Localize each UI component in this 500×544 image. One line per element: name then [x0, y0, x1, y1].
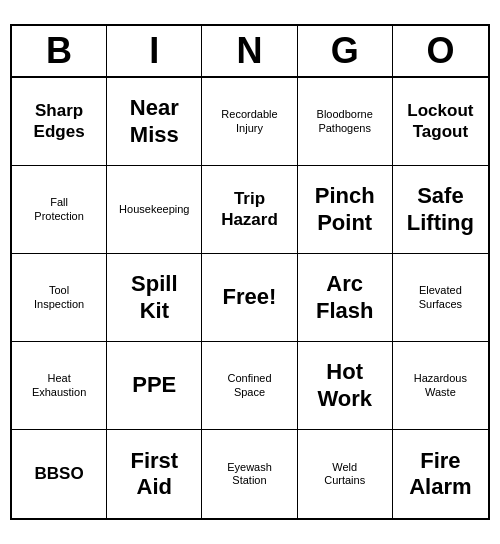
- cell-text: HotWork: [317, 359, 372, 412]
- bingo-cell: SafeLifting: [393, 166, 488, 254]
- cell-text: ConfinedSpace: [227, 372, 271, 398]
- cell-text: TripHazard: [221, 189, 278, 230]
- bingo-cell: NearMiss: [107, 78, 202, 166]
- bingo-cell: ConfinedSpace: [202, 342, 297, 430]
- cell-text: FireAlarm: [409, 448, 471, 501]
- bingo-cell: Housekeeping: [107, 166, 202, 254]
- bingo-cell: FallProtection: [12, 166, 107, 254]
- bingo-cell: SharpEdges: [12, 78, 107, 166]
- cell-text: SharpEdges: [34, 101, 85, 142]
- bingo-cell: ElevatedSurfaces: [393, 254, 488, 342]
- cell-text: SafeLifting: [407, 183, 474, 236]
- bingo-cell: FireAlarm: [393, 430, 488, 518]
- bingo-cell: Free!: [202, 254, 297, 342]
- bingo-cell: PPE: [107, 342, 202, 430]
- header-letter: I: [107, 26, 202, 76]
- header-letter: G: [298, 26, 393, 76]
- bingo-cell: WeldCurtains: [298, 430, 393, 518]
- bingo-header: BINGO: [12, 26, 488, 78]
- bingo-cell: RecordableInjury: [202, 78, 297, 166]
- cell-text: RecordableInjury: [221, 108, 277, 134]
- bingo-cell: EyewashStation: [202, 430, 297, 518]
- bingo-cell: ToolInspection: [12, 254, 107, 342]
- bingo-cell: PinchPoint: [298, 166, 393, 254]
- bingo-grid: SharpEdgesNearMissRecordableInjuryBloodb…: [12, 78, 488, 518]
- bingo-cell: BBSO: [12, 430, 107, 518]
- cell-text: NearMiss: [130, 95, 179, 148]
- cell-text: PPE: [132, 372, 176, 398]
- cell-text: ElevatedSurfaces: [419, 284, 462, 310]
- cell-text: EyewashStation: [227, 461, 272, 487]
- bingo-cell: SpillKit: [107, 254, 202, 342]
- cell-text: HazardousWaste: [414, 372, 467, 398]
- header-letter: N: [202, 26, 297, 76]
- bingo-cell: HeatExhaustion: [12, 342, 107, 430]
- bingo-cell: LockoutTagout: [393, 78, 488, 166]
- cell-text: BBSO: [35, 464, 84, 484]
- cell-text: ToolInspection: [34, 284, 84, 310]
- bingo-cell: HazardousWaste: [393, 342, 488, 430]
- bingo-cell: HotWork: [298, 342, 393, 430]
- bingo-cell: TripHazard: [202, 166, 297, 254]
- bingo-cell: ArcFlash: [298, 254, 393, 342]
- cell-text: Housekeeping: [119, 203, 189, 216]
- cell-text: FallProtection: [34, 196, 84, 222]
- cell-text: BloodbornePathogens: [317, 108, 373, 134]
- cell-text: FirstAid: [130, 448, 178, 501]
- cell-text: PinchPoint: [315, 183, 375, 236]
- header-letter: O: [393, 26, 488, 76]
- bingo-cell: FirstAid: [107, 430, 202, 518]
- cell-text: ArcFlash: [316, 271, 373, 324]
- bingo-card: BINGO SharpEdgesNearMissRecordableInjury…: [10, 24, 490, 520]
- cell-text: LockoutTagout: [407, 101, 473, 142]
- cell-text: Free!: [223, 284, 277, 310]
- cell-text: WeldCurtains: [324, 461, 365, 487]
- cell-text: HeatExhaustion: [32, 372, 86, 398]
- cell-text: SpillKit: [131, 271, 177, 324]
- bingo-cell: BloodbornePathogens: [298, 78, 393, 166]
- header-letter: B: [12, 26, 107, 76]
